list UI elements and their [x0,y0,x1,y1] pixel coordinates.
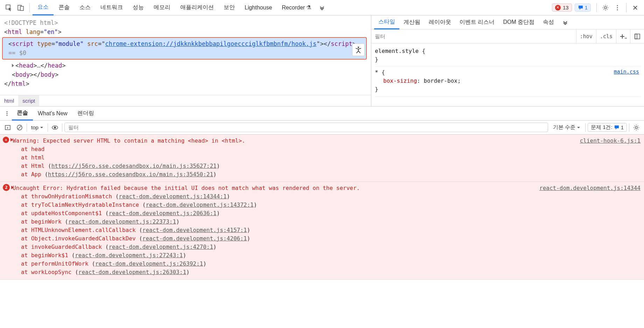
message-count: 1 [585,5,588,11]
tab-sources[interactable]: 소스 [75,0,96,15]
message-count-badge[interactable]: 1 [575,4,591,12]
console-context-selector[interactable]: top [29,124,46,131]
rule1-selector: element.style [375,48,419,54]
styles-tab-computed[interactable]: 계산됨 [399,15,425,29]
breadcrumb-html[interactable]: html [0,95,18,106]
dom-attr-lang: lang [26,28,40,35]
drawer-kebab-icon[interactable] [2,111,12,116]
device-toggle-icon[interactable] [15,2,27,14]
stack-frame[interactable]: at Object.invokeGuardedCallbackDev (reac… [21,234,640,243]
stack-frame[interactable]: at App (https://j56ro.sse.codesandbox.io… [21,170,640,179]
styles-tab-listeners[interactable]: 이벤트 리스너 [455,15,499,29]
tab-lighthouse[interactable]: Lighthouse [240,0,277,15]
more-tabs-icon[interactable] [316,2,328,14]
console-error-text: Uncaught Error: Hydration failed because… [13,185,360,191]
console-msg-error[interactable]: ✕ client-hook-6.js:1 Warning: Expected s… [0,135,644,182]
stack-frame[interactable]: at head [21,145,640,153]
hov-toggle[interactable]: :hov [576,29,596,43]
close-icon[interactable] [629,2,641,14]
new-style-rule-icon[interactable] [616,29,630,43]
dom-tag-script-close: script [331,40,352,47]
console-source-link[interactable]: react-dom.development.js:14344 [539,184,640,192]
dom-html-open[interactable]: <html lang="en"> [4,27,367,36]
stack-frame[interactable]: at beginWork (react-dom.development.js:2… [21,218,640,226]
error-count-badge: 2 [3,184,10,191]
dom-tag-head-close: head [48,62,62,69]
tab-performance[interactable]: 성능 [128,0,149,15]
console-divider-5 [629,123,629,132]
svg-point-16 [54,127,56,129]
inspect-icon[interactable] [3,2,15,14]
stack-frame[interactable]: at updateHostComponent$1 (react-dom.deve… [21,209,640,218]
stack-frame[interactable]: at tryToClaimNextHydratableInstance (rea… [21,201,640,209]
rule2-prop-val: border-box [424,77,457,84]
drawer-tab-console[interactable]: 콘솔 [12,107,33,121]
dom-body[interactable]: <body></body> [12,70,367,79]
console-messages: ✕ client-hook-6.js:1 Warning: Expected s… [0,135,644,280]
stack-frame[interactable]: at invokeGuardedCallback (react-dom.deve… [21,243,640,251]
stack-frame[interactable]: at beginWork$1 (react-dom.development.js… [21,251,640,260]
drawer-tab-whatsnew[interactable]: What's New [33,107,72,121]
dom-html-close[interactable]: </html> [4,79,367,88]
dom-tag-head: head [19,62,33,69]
error-count-badge[interactable]: ✕ 13 [552,4,572,12]
live-expression-icon[interactable] [50,123,60,132]
stack-frame[interactable]: at performUnitOfWork (react-dom.developm… [21,260,640,268]
dom-head[interactable]: <head>…</head> [12,61,367,70]
console-issues-button[interactable]: 문제 1건: 1 [588,123,627,132]
console-filter-input[interactable] [64,123,548,132]
clear-console-icon[interactable] [15,123,24,132]
console-sidebar-toggle-icon[interactable] [3,123,13,132]
gear-icon[interactable] [600,2,611,14]
flask-icon: ⚗ [306,4,311,11]
accessibility-icon[interactable] [352,43,365,56]
tab-memory[interactable]: 메모리 [149,0,175,15]
dom-tree[interactable]: <!DOCTYPE html> <html lang="en"> ⋯ <scri… [0,15,371,91]
styles-filter-input[interactable] [371,31,576,41]
dom-doctype[interactable]: <!DOCTYPE html> [4,18,367,27]
console-level-label: 기본 수준 [553,124,575,131]
expand-triangle-icon[interactable] [10,138,13,142]
stack-frame[interactable]: at HTMLUnknownElement.callCallback (reac… [21,226,640,234]
computed-toggle-icon[interactable] [630,29,644,43]
tab-console[interactable]: 콘솔 [54,0,75,15]
console-toolbar: top 기본 수준 문제 1건: 1 [0,121,644,135]
svg-point-17 [635,127,637,129]
tab-elements[interactable]: 요소 [33,0,54,15]
dom-selected-node[interactable]: ⋯ <script type="module" src="chrome-exte… [2,37,367,60]
elements-panel: <!DOCTYPE html> <html lang="en"> ⋯ <scri… [0,15,371,106]
expand-triangle-icon[interactable] [12,64,14,67]
dom-selection-dots: ⋯ [0,40,0,49]
console-msg-error[interactable]: 2 react-dom.development.js:14344 Uncaugh… [0,182,644,280]
rule-source-link[interactable]: main.css [614,68,639,76]
drawer-tab-rendering[interactable]: 렌더링 [72,107,99,121]
tab-network[interactable]: 네트워크 [96,0,128,15]
styles-tab-breakpoints[interactable]: DOM 중단점 [499,15,539,29]
console-issues-count: 1 [621,124,624,130]
console-divider-2 [48,123,48,132]
tab-application[interactable]: 애플리케이션 [175,0,219,15]
dom-attrval-src[interactable]: chrome-extension://jdkknkkbebbapilgoeccc… [105,40,316,47]
rule-element-style[interactable]: element.style {} [375,46,640,67]
stack-frame[interactable]: at throwOnHydrationMismatch (react-dom.d… [21,192,640,201]
console-source-link[interactable]: client-hook-6.js:1 [580,137,640,145]
tab-recorder[interactable]: Recorder⚗ [277,0,316,15]
styles-tab-properties[interactable]: 속성 [539,15,558,29]
expand-triangle-icon[interactable] [11,186,14,189]
svg-rect-8 [635,34,640,39]
breadcrumb-script[interactable]: script [18,95,39,106]
tab-security[interactable]: 보안 [219,0,240,15]
stack-frame[interactable]: at workLoopSync (react-dom.development.j… [21,268,640,276]
console-level-selector[interactable]: 기본 수준 [550,123,583,131]
styles-more-icon[interactable] [558,15,572,29]
stack-frame[interactable]: at Html (https://j56ro.sse.codesandbox.i… [21,162,640,170]
console-error-text: Warning: Expected server HTML to contain… [13,137,245,144]
rule-star[interactable]: main.css * { box-sizing: border-box; } [375,67,640,97]
styles-tab-styles[interactable]: 스타일 [374,15,399,29]
svg-point-7 [358,47,359,48]
console-settings-icon[interactable] [631,123,641,132]
styles-tab-layout[interactable]: 레이아웃 [425,15,455,29]
kebab-icon[interactable] [611,2,623,14]
cls-toggle[interactable]: .cls [596,29,616,43]
stack-frame[interactable]: at html [21,153,640,162]
